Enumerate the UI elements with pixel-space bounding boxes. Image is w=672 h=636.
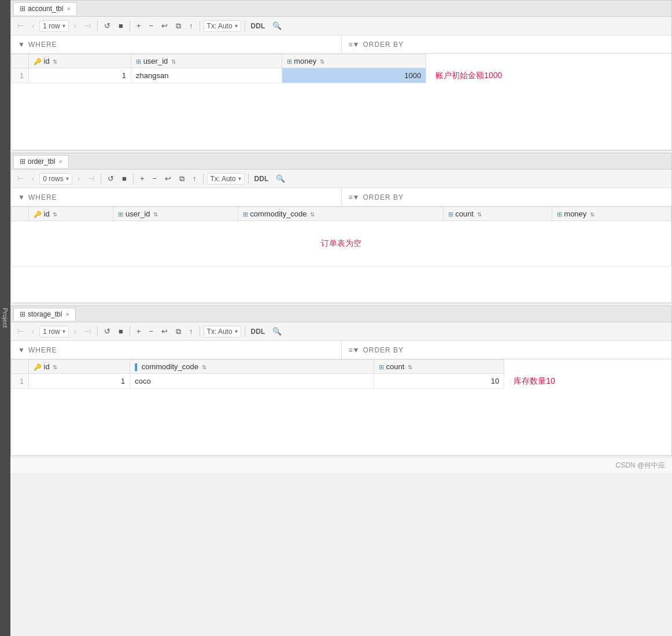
sort-count-order[interactable]: ⇅	[477, 211, 482, 218]
key-icon-id-order: 🔑	[34, 211, 42, 218]
col-icon-userid-order: ⊞	[118, 211, 123, 218]
revert-btn-order[interactable]: ↩	[162, 173, 174, 184]
first-btn-order[interactable]: ⊢	[14, 173, 27, 184]
cell-id-account-1[interactable]: 1	[29, 68, 131, 83]
revert-btn-account[interactable]: ↩	[158, 20, 171, 31]
add-btn-storage[interactable]: +	[134, 326, 144, 337]
sep3-order	[203, 174, 204, 184]
tab-close-account[interactable]: ×	[67, 5, 70, 12]
rows-chevron-account: ▾	[62, 23, 65, 29]
rows-count-order[interactable]: 0 rows ▾	[39, 173, 72, 185]
up-btn-order[interactable]: ↑	[190, 173, 200, 184]
col-icon-count-storage: ⊞	[379, 363, 384, 370]
next-btn-order[interactable]: ›	[75, 173, 83, 184]
refresh-btn-storage[interactable]: ↺	[101, 326, 113, 337]
clone-btn-account[interactable]: ⧉	[173, 20, 184, 32]
tx-order[interactable]: Tx: Auto ▾	[207, 173, 245, 185]
prev-btn-order[interactable]: ‹	[29, 173, 37, 184]
search-btn-storage[interactable]: 🔍	[269, 326, 285, 337]
cell-count-storage-1[interactable]: 10	[374, 374, 504, 389]
panel-account-tbl: ⊞ account_tbl × ⊢ ‹ 1 row ▾ › ⊣ ↺ ■ +	[10, 0, 672, 150]
stop-btn-account[interactable]: ■	[116, 20, 126, 31]
clone-btn-storage[interactable]: ⧉	[173, 326, 184, 337]
sort-money-account[interactable]: ⇅	[320, 58, 324, 65]
prev-btn-storage[interactable]: ‹	[29, 326, 37, 337]
cell-money-account-1[interactable]: 1000	[282, 68, 426, 83]
tab-bar-order: ⊞ order_tbl ×	[11, 153, 671, 170]
sort-userid-order[interactable]: ⇅	[153, 211, 158, 218]
cell-commodity-storage-1[interactable]: coco	[130, 374, 374, 389]
tab-close-storage[interactable]: ×	[65, 311, 69, 318]
th-annotation-account	[426, 54, 671, 68]
annotation-storage: 库存数量10	[504, 374, 671, 389]
tab-close-order[interactable]: ×	[58, 158, 62, 165]
sort-id-storage[interactable]: ⇅	[53, 364, 57, 370]
add-btn-order[interactable]: +	[137, 173, 147, 184]
tx-storage[interactable]: Tx: Auto ▾	[204, 326, 241, 337]
tab-bar-account: ⊞ account_tbl ×	[11, 1, 671, 17]
first-btn-account[interactable]: ⊢	[14, 20, 27, 31]
first-btn-storage[interactable]: ⊢	[14, 326, 27, 337]
sep4-account	[245, 21, 245, 31]
cell-id-storage-1[interactable]: 1	[29, 374, 130, 389]
col-icon-userid-account: ⊞	[136, 58, 141, 65]
tab-account-tbl[interactable]: ⊞ account_tbl ×	[13, 2, 77, 15]
sort-id-order[interactable]: ⇅	[53, 211, 57, 218]
remove-btn-storage[interactable]: −	[146, 326, 156, 337]
next-btn-storage[interactable]: ›	[71, 326, 79, 337]
sort-count-storage[interactable]: ⇅	[408, 364, 412, 370]
th-rn-storage	[12, 360, 29, 374]
col-icon-commodity-storage: ▌	[135, 363, 139, 370]
header-row-order: 🔑 id ⇅ ⊞ user_id ⇅ ⊞ commod	[12, 207, 671, 221]
search-btn-account[interactable]: 🔍	[269, 20, 285, 31]
sort-commodity-storage[interactable]: ⇅	[202, 364, 206, 370]
orderby-section-account: ≡▼ ORDER BY	[342, 35, 672, 53]
footer-label: CSDN @何中应	[615, 461, 665, 470]
sort-userid-account[interactable]: ⇅	[171, 58, 176, 65]
sort-commodity-order[interactable]: ⇅	[310, 211, 315, 218]
search-btn-order[interactable]: 🔍	[273, 173, 288, 184]
sep3-account	[200, 21, 200, 31]
remove-btn-account[interactable]: −	[146, 20, 156, 31]
rows-chevron-order: ▾	[66, 175, 69, 182]
rn-account-1: 1	[12, 68, 29, 83]
last-btn-account[interactable]: ⊣	[82, 20, 94, 31]
sep1-account	[97, 21, 98, 31]
table-icon-storage: ⊞	[20, 310, 25, 318]
add-btn-account[interactable]: +	[134, 20, 144, 31]
prev-btn-account[interactable]: ‹	[29, 20, 37, 31]
last-btn-order[interactable]: ⊣	[85, 173, 97, 184]
up-btn-storage[interactable]: ↑	[186, 326, 196, 337]
th-id-storage: 🔑 id ⇅	[29, 360, 130, 374]
orderby-icon-storage: ≡▼	[349, 346, 360, 354]
next-btn-account[interactable]: ›	[71, 20, 79, 31]
table-icon-order: ⊞	[20, 157, 25, 166]
th-annotation-storage	[504, 360, 671, 374]
th-userid-order: ⊞ user_id ⇅	[113, 207, 238, 221]
up-btn-account[interactable]: ↑	[186, 20, 196, 31]
sort-money-order[interactable]: ⇅	[590, 211, 595, 218]
last-btn-storage[interactable]: ⊣	[82, 326, 94, 337]
table-account: 🔑 id ⇅ ⊞ user_id ⇅ ⊞ money	[11, 54, 671, 83]
rn-storage-1: 1	[12, 374, 29, 389]
page-footer: CSDN @何中应	[10, 458, 672, 473]
th-rn-order	[12, 207, 29, 221]
where-section-account: ▼ WHERE	[11, 35, 342, 53]
remove-btn-order[interactable]: −	[149, 173, 160, 184]
refresh-btn-account[interactable]: ↺	[101, 20, 113, 31]
rows-count-storage[interactable]: 1 row ▾	[39, 326, 68, 337]
tab-storage-tbl[interactable]: ⊞ storage_tbl ×	[13, 308, 76, 321]
tab-order-tbl[interactable]: ⊞ order_tbl ×	[13, 155, 69, 168]
refresh-btn-order[interactable]: ↺	[105, 173, 117, 184]
cell-userid-account-1[interactable]: zhangsan	[131, 68, 282, 83]
stop-btn-order[interactable]: ■	[119, 173, 130, 184]
stop-btn-storage[interactable]: ■	[116, 326, 126, 337]
sort-id-account[interactable]: ⇅	[53, 58, 57, 65]
orderby-icon-order: ≡▼	[349, 193, 360, 201]
tx-account[interactable]: Tx: Auto ▾	[204, 20, 241, 32]
key-icon-id-storage: 🔑	[34, 363, 42, 370]
clone-btn-order[interactable]: ⧉	[176, 173, 187, 185]
where-section-order: ▼ WHERE	[11, 188, 342, 206]
revert-btn-storage[interactable]: ↩	[158, 326, 171, 337]
rows-count-account[interactable]: 1 row ▾	[39, 20, 68, 32]
